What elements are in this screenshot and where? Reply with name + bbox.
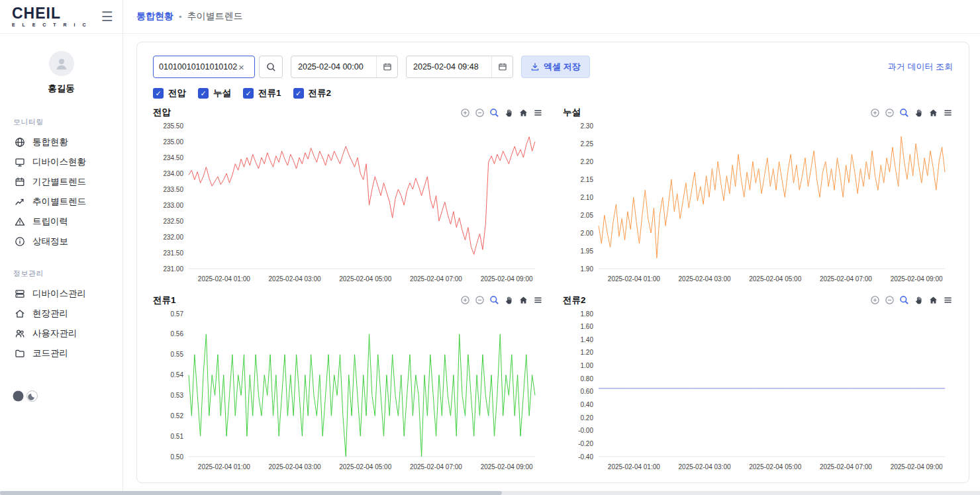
svg-text:1.20: 1.20 [581,349,594,356]
series-checkbox-row: ✓ 전압 ✓ 누설 ✓ 전류1 ✓ 전류2 [153,87,953,99]
zoom-out-icon[interactable] [885,295,895,305]
breadcrumb-parent[interactable]: 통합현황 [136,11,173,22]
pan-hand-icon[interactable] [504,295,514,305]
excel-save-label: 엑셀 저장 [544,61,581,73]
pan-hand-icon[interactable] [914,108,924,118]
calendar-icon[interactable] [491,56,513,78]
theme-dark-icon[interactable] [26,390,38,402]
reset-home-icon[interactable] [518,295,528,305]
calendar-icon [15,177,25,187]
zoom-select-icon[interactable] [489,295,499,305]
svg-text:1.80: 1.80 [581,310,594,317]
svg-text:2.05: 2.05 [581,212,594,219]
svg-text:0.80: 0.80 [581,375,594,382]
search-input[interactable] [159,62,237,71]
checkbox-leakage[interactable]: ✓ 누설 [198,87,231,99]
brand-logo[interactable]: CHEIL E L E C T R I C [12,6,89,27]
zoom-select-icon[interactable] [899,108,909,118]
checkbox-checked-icon: ✓ [243,88,254,99]
checkbox-label: 전압 [168,87,186,99]
svg-text:0.52: 0.52 [171,412,184,419]
chart-panel-voltage: 전압 235.50235.00234.50234.00233.50233.002… [153,105,543,289]
svg-text:2025-02-04 07:00: 2025-02-04 07:00 [820,463,872,471]
nav-section-monitoring: 모니터링 [0,117,122,132]
chart-menu-icon[interactable] [533,108,543,118]
chart-panel-current1: 전류1 0.570.560.550.540.530.520.510.502025… [153,292,543,476]
search-button[interactable] [259,56,283,78]
horizontal-scrollbar [0,491,980,495]
sidebar-item-label: 코드관리 [32,347,68,359]
sidebar-item-code-manage[interactable]: 코드관리 [0,343,122,363]
pan-hand-icon[interactable] [914,295,924,305]
chart-canvas[interactable]: 2.302.252.202.152.102.052.001.951.902025… [563,120,953,286]
svg-text:235.50: 235.50 [163,122,183,130]
excel-save-button[interactable]: 엑셀 저장 [521,56,590,78]
svg-text:-0.00: -0.00 [578,427,593,434]
svg-text:231.00: 231.00 [163,265,183,273]
zoom-out-icon[interactable] [885,108,895,118]
sidebar-item-dashboard[interactable]: 통합현황 [0,132,122,152]
breadcrumb-current: 추이별트렌드 [187,11,243,22]
reset-home-icon[interactable] [928,108,938,118]
date-to-input[interactable] [407,62,491,71]
chart-menu-icon[interactable] [943,108,953,118]
svg-text:2025-02-04 03:00: 2025-02-04 03:00 [269,275,321,283]
chart-canvas[interactable]: 1.801.601.401.201.000.800.600.400.20-0.0… [563,308,953,474]
sidebar-item-user-manage[interactable]: 사용자관리 [0,324,122,343]
person-icon [54,56,70,71]
chart-canvas[interactable]: 235.50235.00234.50234.00233.50233.00232.… [153,120,543,286]
zoom-out-icon[interactable] [475,295,485,305]
svg-text:2025-02-04 05:00: 2025-02-04 05:00 [339,275,391,283]
sidebar-item-period-trend[interactable]: 기간별트렌드 [0,172,122,192]
svg-text:2025-02-04 07:00: 2025-02-04 07:00 [410,463,462,471]
svg-text:0.60: 0.60 [581,388,594,395]
clear-icon[interactable]: × [237,62,246,73]
chart-menu-icon[interactable] [943,295,953,305]
sidebar-item-label: 상태정보 [32,236,68,248]
sidebar-item-device-manage[interactable]: 디바이스관리 [0,284,122,304]
svg-text:0.20: 0.20 [581,414,594,421]
sidebar-item-status-info[interactable]: 상태정보 [0,232,122,251]
date-from-input[interactable] [291,62,376,71]
download-icon [530,62,540,71]
reset-home-icon[interactable] [518,108,528,118]
sidebar-item-label: 현장관리 [32,308,68,320]
trend-card: × [136,42,969,483]
reset-home-icon[interactable] [928,295,938,305]
avatar[interactable] [49,51,74,76]
search-icon [266,62,276,72]
zoom-select-icon[interactable] [489,108,499,118]
sidebar-item-site-manage[interactable]: 현장관리 [0,304,122,324]
hamburger-menu-icon[interactable]: ☰ [101,10,113,23]
globe-icon [15,137,25,148]
chart-menu-icon[interactable] [533,295,543,305]
theme-light-icon[interactable] [12,390,24,402]
chart-canvas[interactable]: 0.570.560.550.540.530.520.510.502025-02-… [153,308,543,474]
history-data-link[interactable]: 과거 데이터 조회 [888,61,953,73]
svg-text:2025-02-04 01:00: 2025-02-04 01:00 [198,275,250,283]
chart-panel-current2: 전류2 1.801.601.401.201.000.800.600.400.20… [563,292,953,476]
sidebar-item-trend[interactable]: 추이별트렌드 [0,192,122,212]
svg-text:-0.20: -0.20 [578,439,593,447]
zoom-out-icon[interactable] [475,108,485,118]
zoom-in-icon[interactable] [870,295,880,305]
zoom-in-icon[interactable] [460,295,470,305]
user-name: 홍길동 [0,83,122,95]
warning-icon [15,216,25,227]
svg-text:2.10: 2.10 [581,194,594,201]
sidebar-item-device-status[interactable]: 디바이스현황 [0,152,122,172]
svg-text:2025-02-04 09:00: 2025-02-04 09:00 [481,275,533,283]
checkbox-voltage[interactable]: ✓ 전압 [153,87,186,99]
svg-text:2025-02-04 03:00: 2025-02-04 03:00 [679,275,731,283]
svg-text:234.00: 234.00 [163,170,183,177]
calendar-icon[interactable] [376,56,397,78]
zoom-in-icon[interactable] [870,108,880,118]
checkbox-current2[interactable]: ✓ 전류2 [293,87,332,99]
zoom-select-icon[interactable] [899,295,909,305]
svg-text:0.56: 0.56 [171,330,184,338]
checkbox-current1[interactable]: ✓ 전류1 [243,87,281,99]
sidebar-item-trip-history[interactable]: 트립이력 [0,212,122,232]
pan-hand-icon[interactable] [504,108,514,118]
horizontal-scrollbar-thumb[interactable] [0,491,502,495]
zoom-in-icon[interactable] [460,108,470,118]
